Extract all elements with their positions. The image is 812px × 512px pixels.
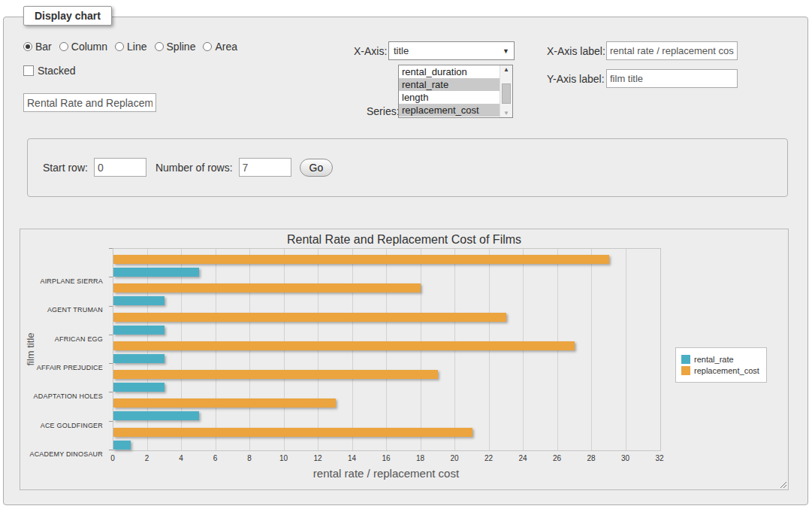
legend-swatch-icon [681, 366, 690, 375]
category-label: ACE GOLDFINGER [20, 411, 103, 439]
display-chart-panel: Display chart BarColumnLineSplineArea St… [3, 17, 808, 505]
chart-type-radio-group: BarColumnLineSplineArea [23, 41, 245, 53]
legend-item-rental_rate[interactable]: rental_rate [681, 355, 759, 364]
category-label: ADAPTATION HOLES [20, 382, 103, 411]
num-rows-input[interactable] [239, 158, 291, 177]
x-tick-label: 14 [348, 454, 356, 462]
radio-label: Spline [167, 41, 196, 53]
x-tick-label: 30 [621, 454, 629, 462]
replacement_cost-bar [113, 283, 421, 292]
chart-type-radio-column[interactable]: Column [59, 41, 107, 53]
chart-type-radio-area[interactable]: Area [203, 41, 237, 53]
rental_rate-bar [113, 411, 199, 420]
resize-handle-icon[interactable] [779, 480, 786, 488]
y-axis-label-label: Y-Axis label: [547, 73, 605, 85]
y-tick-mark [109, 277, 113, 277]
replacement_cost-bar [113, 255, 609, 264]
radio-label: Bar [35, 41, 52, 53]
category-label: AFFAIR PREJUDICE [20, 353, 103, 382]
y-tick-mark [109, 306, 113, 307]
radio-icon[interactable] [59, 42, 68, 51]
radio-label: Area [215, 41, 237, 53]
go-button[interactable]: Go [300, 159, 334, 177]
legend-label: replacement_cost [694, 366, 759, 375]
chart-container: Rental Rate and Replacement Cost of Film… [20, 229, 789, 490]
series-scrollbar[interactable]: ▲ ▼ [500, 65, 512, 117]
radio-icon[interactable] [23, 42, 32, 51]
dropdown-arrow-icon: ▼ [503, 47, 509, 55]
bar-group-affair-prejudice [113, 335, 660, 364]
x-tick-label: 28 [587, 454, 595, 462]
rental_rate-bar [113, 268, 199, 277]
y-tick-mark [109, 363, 113, 364]
series-option-replacement_cost[interactable]: replacement_cost [399, 104, 500, 117]
rental_rate-bar [113, 354, 165, 363]
stacked-label: Stacked [38, 65, 76, 77]
x-axis-ticks: 02468101214161820222426283032 [113, 454, 660, 465]
scrollbar-thumb[interactable] [502, 83, 511, 104]
rental_rate-bar [113, 326, 165, 335]
category-label: AFRICAN EGG [20, 325, 103, 353]
chart-legend: rental_ratereplacement_cost [675, 347, 767, 383]
x-axis-select-label: X-Axis: [354, 45, 387, 57]
y-tick-mark [109, 248, 113, 249]
series-option-rental_rate[interactable]: rental_rate [399, 78, 500, 91]
x-tick-label: 18 [416, 454, 424, 462]
num-rows-label: Number of rows: [155, 162, 233, 174]
x-axis-label-label: X-Axis label: [547, 45, 605, 57]
legend-swatch-icon [681, 355, 690, 364]
x-axis-selected-value: title [394, 45, 409, 56]
rental_rate-bar [113, 441, 131, 450]
radio-icon[interactable] [115, 42, 124, 51]
bar-group-adaptation-holes [113, 364, 660, 392]
category-label: AGENT TRUMAN [20, 295, 103, 324]
chart-type-radio-line[interactable]: Line [115, 41, 146, 53]
x-tick-label: 4 [179, 454, 183, 462]
x-tick-label: 24 [518, 454, 527, 462]
replacement_cost-bar [113, 428, 472, 437]
x-axis-label-input[interactable] [606, 41, 738, 60]
replacement_cost-bar [113, 313, 506, 322]
rental_rate-bar [113, 296, 165, 305]
series-multiselect[interactable]: rental_durationrental_ratelengthreplacem… [398, 65, 513, 118]
radio-icon[interactable] [203, 42, 212, 51]
stacked-checkbox-row: Stacked [23, 65, 76, 77]
x-tick-label: 20 [450, 454, 458, 462]
y-tick-mark [109, 392, 113, 392]
x-tick-label: 12 [313, 454, 321, 462]
x-tick-label: 6 [213, 454, 218, 462]
legend-item-replacement_cost[interactable]: replacement_cost [681, 366, 759, 375]
y-tick-mark [109, 335, 113, 335]
start-row-label: Start row: [43, 162, 88, 174]
category-axis: AIRPLANE SIERRAAGENT TRUMANAFRICAN EGGAF… [20, 248, 108, 450]
series-option-length[interactable]: length [399, 91, 500, 104]
x-axis-select[interactable]: title ▼ [388, 41, 515, 60]
replacement_cost-bar [113, 398, 336, 407]
chart-type-radio-bar[interactable]: Bar [23, 41, 52, 53]
rental_rate-bar [113, 383, 165, 392]
start-row-input[interactable] [94, 158, 146, 177]
scroll-down-icon[interactable]: ▼ [500, 110, 512, 117]
series-option-rental_duration[interactable]: rental_duration [399, 65, 500, 78]
replacement_cost-bar [113, 370, 438, 379]
radio-icon[interactable] [155, 42, 164, 51]
x-tick-label: 0 [110, 454, 115, 462]
x-axis-title: rental rate / replacement cost [113, 467, 660, 480]
chart-title-input[interactable] [23, 93, 156, 112]
y-tick-mark [109, 421, 113, 422]
x-tick-label: 2 [145, 454, 149, 462]
legend-label: rental_rate [694, 355, 734, 364]
radio-label: Line [127, 41, 146, 53]
x-tick-label: 10 [279, 454, 288, 462]
y-axis-label-input[interactable] [606, 69, 738, 88]
scroll-up-icon[interactable]: ▲ [500, 66, 512, 73]
y-tick-mark [109, 450, 113, 450]
replacement_cost-bar [113, 341, 575, 350]
bar-group-ace-goldfinger [113, 392, 660, 421]
bar-group-african-egg [113, 307, 660, 335]
chart-type-radio-spline[interactable]: Spline [155, 41, 196, 53]
radio-label: Column [71, 41, 107, 53]
x-tick-label: 32 [655, 454, 663, 462]
bar-group-agent-truman [113, 277, 660, 306]
stacked-checkbox[interactable] [23, 65, 34, 76]
